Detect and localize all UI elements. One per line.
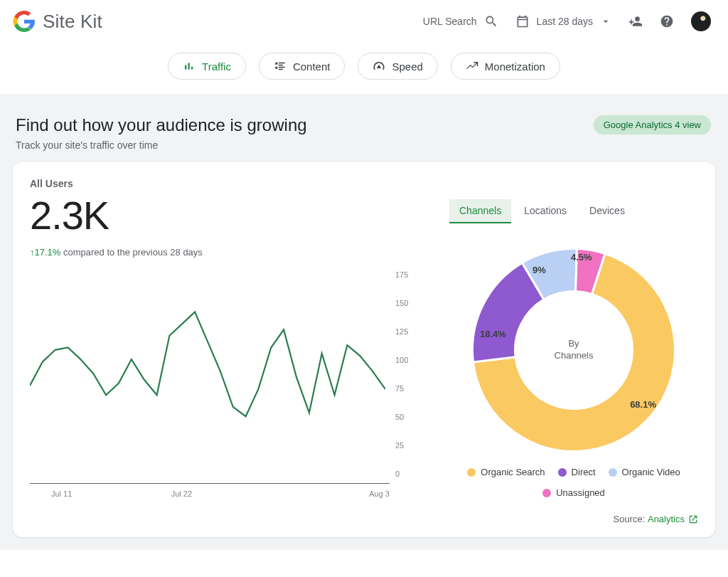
audience-card: All Users 2.3K ↑17.1% compared to the pr… [13,162,715,537]
brand-text: Site Kit [43,11,102,33]
tab-label: Traffic [202,60,231,73]
delta-percent: 17.1% [35,247,61,258]
donut-center-top: By [568,338,579,349]
y-tick: 0 [395,470,417,478]
header-actions: URL Search Last 28 days [423,11,711,31]
section-subtitle: Track your site's traffic over time [16,139,307,151]
tab-content[interactable]: Content [259,53,346,80]
tab-monetization[interactable]: Monetization [451,53,560,80]
y-tick: 175 [395,270,417,279]
legend-label: Unassigned [556,487,605,498]
source-prefix: Source: [614,514,648,524]
google-logo-icon [13,10,36,33]
legend-swatch [558,468,567,477]
delta-compare-text: compared to the previous 28 days [63,247,203,258]
y-tick: 25 [395,441,417,450]
donut-center-label: By Channels [555,338,594,362]
x-tick: Jul 11 [30,489,150,498]
y-axis: 175 150 125 100 75 50 25 0 [395,270,417,478]
tab-label: Content [293,60,331,73]
y-tick: 75 [395,384,417,393]
url-search[interactable]: URL Search [423,14,498,28]
calendar-icon [515,14,530,28]
gauge-icon [373,60,385,73]
legend-swatch [609,468,617,477]
donut-slice-label: 4.5% [571,252,592,263]
baseline [30,483,390,484]
app-header: Site Kit URL Search Last 28 days [0,0,728,40]
external-link-icon [688,514,698,524]
legend-item: Unassigned [542,487,605,498]
users-panel: All Users 2.3K ↑17.1% compared to the pr… [30,178,417,498]
donut-center-bottom: Channels [555,350,594,361]
line-chart: 175 150 125 100 75 50 25 0 Jul 11 [30,270,417,498]
trend-up-icon [466,60,478,73]
tab-traffic[interactable]: Traffic [168,53,246,80]
metric-label: All Users [30,178,417,189]
avatar[interactable] [691,11,711,31]
source-link-text: Analytics [648,514,685,524]
date-range-picker[interactable]: Last 28 days [515,14,611,28]
legend-swatch [542,489,551,497]
sub-tab-locations[interactable]: Locations [514,199,577,223]
sub-tab-devices[interactable]: Devices [579,199,635,223]
y-tick: 100 [395,356,417,364]
nav-tabs: Traffic Content Speed Monetization [0,40,728,94]
line-chart-svg [30,270,385,478]
donut-slice-label: 18.4% [480,329,506,339]
channels-tabs: Channels Locations Devices [449,199,698,223]
list-icon [274,60,287,73]
main-section: Find out how your audience is growing Tr… [0,94,728,550]
donut-chart: By Channels 68.1% 18.4% 9% 4.5% [467,243,680,457]
search-icon [484,14,498,28]
ga4-badge: Google Analytics 4 view [594,115,711,134]
y-tick: 125 [395,327,417,336]
x-axis: Jul 11 Jul 22 Aug 3 [30,489,390,498]
channels-panel: Channels Locations Devices By Channels 6… [449,178,698,498]
legend-item: Organic Video [609,467,680,477]
help-icon[interactable] [660,14,674,28]
legend-item: Direct [558,467,596,477]
add-user-icon[interactable] [628,14,643,28]
bar-chart-icon [183,60,196,73]
metric-delta: ↑17.1% compared to the previous 28 days [30,247,417,258]
legend-label: Direct [572,467,596,477]
donut-slice-label: 68.1% [630,399,656,410]
legend-item: Organic Search [467,467,545,477]
brand: Site Kit [13,10,102,33]
section-header: Find out how your audience is growing Tr… [13,115,715,162]
legend-label: Organic Video [622,467,680,477]
section-title: Find out how your audience is growing [16,115,307,135]
url-search-label: URL Search [423,16,477,27]
chevron-down-icon [600,16,611,27]
date-range-label: Last 28 days [537,16,593,27]
x-tick: Jul 22 [150,489,270,498]
tab-label: Monetization [485,60,545,73]
y-tick: 50 [395,413,417,421]
source-link[interactable]: Analytics [648,514,698,524]
metric-value: 2.3K [30,192,417,238]
legend-label: Organic Search [481,467,545,477]
legend-swatch [467,468,476,477]
x-tick: Aug 3 [269,489,390,498]
sub-tab-channels[interactable]: Channels [449,199,511,223]
tab-speed[interactable]: Speed [358,53,437,80]
donut-legend: Organic Search Direct Organic Video Unas… [449,467,698,498]
source-row: Source: Analytics [30,514,698,524]
tab-label: Speed [392,60,422,73]
y-tick: 150 [395,299,417,307]
donut-slice-label: 9% [532,265,546,275]
